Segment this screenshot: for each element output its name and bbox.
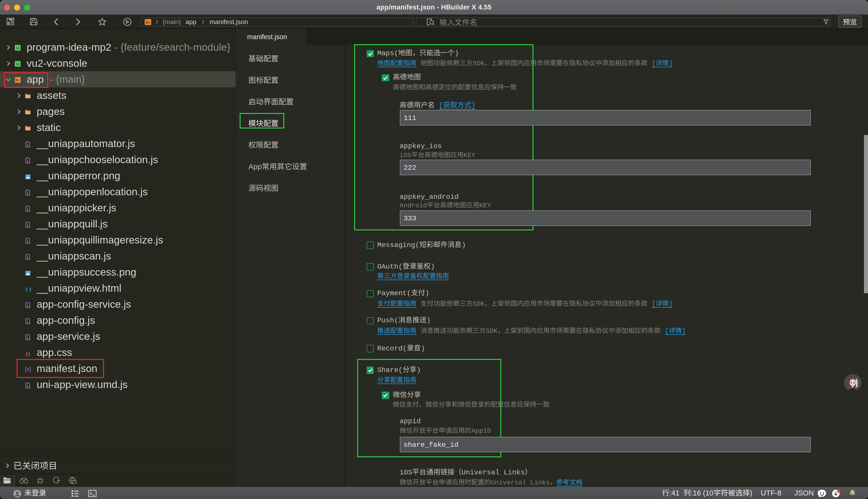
svg-text:5+: 5+ — [146, 20, 150, 25]
svg-text:J: J — [26, 240, 28, 243]
svg-text:J: J — [26, 160, 28, 163]
svg-text:{}: {} — [25, 352, 30, 356]
svg-text:5+: 5+ — [15, 78, 19, 82]
svg-text:J: J — [26, 144, 28, 147]
svg-text:J: J — [26, 192, 28, 195]
svg-text:J: J — [26, 304, 28, 307]
svg-text:J: J — [26, 385, 28, 388]
svg-text:J: J — [26, 208, 28, 211]
svg-text:J: J — [26, 256, 28, 259]
svg-text:J: J — [26, 337, 28, 340]
svg-text:J: J — [26, 320, 28, 324]
svg-text:J: J — [26, 224, 28, 227]
